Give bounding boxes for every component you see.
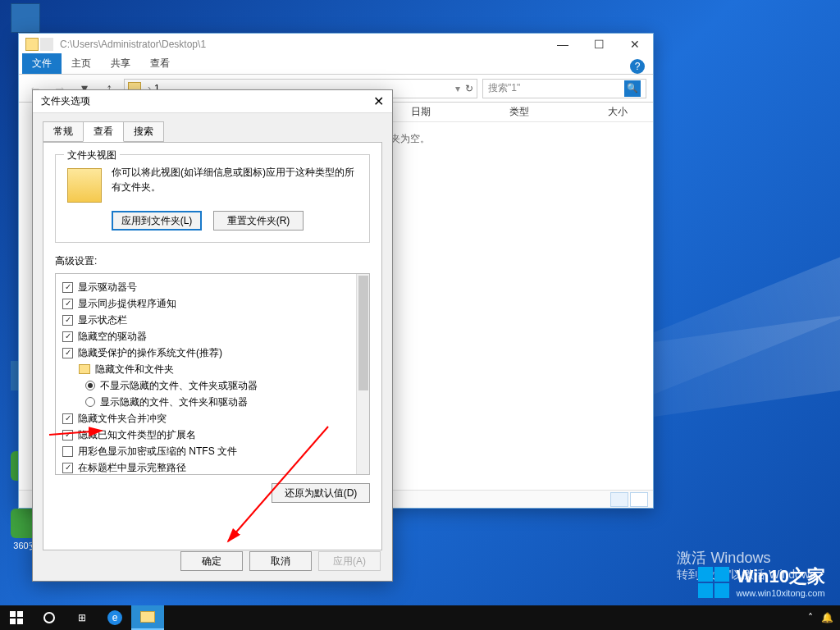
opt-dont-show-hidden: 不显示隐藏的文件、文件夹或驱动器 — [100, 377, 258, 394]
folder-views-text: 你可以将此视图(如详细信息或图标)应用于这种类型的所有文件夹。 — [112, 165, 358, 194]
dialog-title: 文件夹选项 — [41, 94, 90, 108]
tab-search[interactable]: 搜索 — [123, 121, 164, 142]
group-legend: 文件夹视图 — [64, 148, 120, 162]
col-type[interactable]: 类型 — [495, 105, 544, 119]
pc-icon — [11, 3, 40, 33]
svg-rect-4 — [10, 619, 16, 624]
ok-button[interactable]: 确定 — [180, 551, 243, 571]
folder-icon — [140, 611, 155, 623]
tab-view[interactable]: 查看 — [83, 121, 124, 142]
close-icon[interactable]: ✕ — [373, 94, 384, 109]
checkbox[interactable] — [62, 315, 73, 326]
svg-rect-5 — [17, 619, 23, 624]
opt-show-hidden: 显示隐藏的文件、文件夹和驱动器 — [100, 394, 248, 410]
opt-show-drive-letters: 显示驱动器号 — [78, 279, 137, 295]
checkbox[interactable] — [62, 282, 73, 293]
windows-logo-icon — [698, 567, 729, 598]
folder-icon — [79, 364, 90, 374]
tab-file[interactable]: 文件 — [22, 53, 62, 74]
ribbon: 文件 主页 共享 查看 ? — [19, 55, 653, 75]
opt-status-bar: 显示状态栏 — [78, 312, 127, 328]
start-button[interactable] — [0, 605, 33, 630]
search-input[interactable]: 搜索"1" 🔍 — [482, 79, 646, 98]
dialog-tabs: 常规 查看 搜索 — [33, 113, 392, 142]
refresh-icon[interactable]: ↻ — [465, 83, 473, 94]
svg-rect-2 — [10, 611, 16, 617]
opt-hide-protected-os-files: 隐藏受保护的操作系统文件(推荐) — [78, 345, 222, 361]
tab-view[interactable]: 查看 — [140, 53, 180, 74]
tray-chevron-icon[interactable]: ˄ — [808, 612, 813, 623]
tray-notification-icon[interactable]: 🔔 — [821, 612, 833, 623]
apply-button[interactable]: 应用(A) — [318, 551, 381, 571]
radio[interactable] — [85, 397, 95, 407]
search-icon[interactable]: 🔍 — [624, 80, 641, 97]
tab-home[interactable]: 主页 — [62, 53, 101, 74]
svg-rect-3 — [17, 611, 23, 617]
cancel-button[interactable]: 取消 — [249, 551, 312, 571]
dialog-titlebar[interactable]: 文件夹选项 ✕ — [33, 90, 392, 113]
opt-color-ntfs: 用彩色显示加密或压缩的 NTFS 文件 — [78, 443, 237, 459]
opt-hide-merge-conflicts: 隐藏文件夹合并冲突 — [78, 410, 167, 427]
task-view-icon: ⊞ — [78, 612, 86, 623]
restore-defaults-button[interactable]: 还原为默认值(D) — [272, 483, 370, 503]
folder-icon — [67, 168, 102, 203]
checkbox[interactable] — [62, 348, 73, 358]
task-view-button[interactable]: ⊞ — [66, 605, 98, 630]
checkbox[interactable] — [62, 299, 73, 309]
close-button[interactable]: ✕ — [617, 34, 653, 55]
col-size[interactable]: 大小 — [593, 105, 642, 119]
dialog-body: 文件夹视图 你可以将此视图(如详细信息或图标)应用于这种类型的所有文件夹。 应用… — [43, 142, 382, 550]
quick-access-icons — [25, 38, 53, 51]
folder-icon — [25, 38, 39, 51]
app-icon — [40, 38, 53, 51]
logo-url: www.win10xitong.com — [736, 588, 825, 599]
desktop-icon-this-pc[interactable] — [5, 3, 46, 34]
system-tray[interactable]: ˄ 🔔 — [808, 612, 840, 623]
site-logo: Win10之家 www.win10xitong.com — [698, 566, 825, 599]
taskbar-edge[interactable]: e — [98, 605, 131, 630]
windows-icon — [10, 611, 23, 624]
checkbox[interactable] — [62, 413, 73, 424]
col-date[interactable]: 日期 — [396, 105, 445, 119]
activate-title: 激活 Windows — [677, 548, 815, 568]
checkbox[interactable] — [62, 331, 73, 342]
address-dropdown[interactable]: ▾ — [455, 83, 460, 94]
checkbox[interactable] — [62, 430, 73, 441]
tab-share[interactable]: 共享 — [101, 53, 140, 74]
view-icons-button[interactable] — [630, 492, 648, 507]
checkbox[interactable] — [62, 463, 73, 473]
search-placeholder: 搜索"1" — [488, 81, 520, 95]
advanced-settings-tree[interactable]: 显示驱动器号 显示同步提供程序通知 显示状态栏 隐藏空的驱动器 隐藏受保护的操作… — [55, 273, 370, 475]
view-details-button[interactable] — [610, 492, 628, 507]
folder-options-dialog: 文件夹选项 ✕ 常规 查看 搜索 文件夹视图 你可以将此视图(如详细信息或图标)… — [32, 89, 393, 582]
advanced-label: 高级设置: — [55, 254, 370, 268]
opt-full-path-titlebar: 在标题栏中显示完整路径 — [78, 459, 186, 475]
taskbar-explorer[interactable] — [131, 605, 164, 630]
scrollbar[interactable] — [356, 274, 369, 474]
taskbar[interactable]: ⊞ e ˄ 🔔 — [0, 605, 840, 630]
maximize-button[interactable]: ☐ — [581, 34, 617, 55]
titlebar[interactable]: C:\Users\Administrator\Desktop\1 — ☐ ✕ — [19, 34, 653, 55]
opt-hide-extensions: 隐藏已知文件类型的扩展名 — [78, 427, 196, 443]
opt-hide-empty-drives: 隐藏空的驱动器 — [78, 328, 147, 345]
opt-sync-notifications: 显示同步提供程序通知 — [78, 295, 176, 312]
checkbox[interactable] — [62, 446, 73, 457]
logo-brand: Win10之家 — [736, 566, 825, 587]
minimize-button[interactable]: — — [545, 34, 581, 55]
folder-views-group: 文件夹视图 你可以将此视图(如详细信息或图标)应用于这种类型的所有文件夹。 应用… — [55, 154, 370, 243]
cortana-button[interactable] — [33, 605, 66, 630]
help-icon[interactable]: ? — [630, 59, 645, 74]
tab-general[interactable]: 常规 — [43, 121, 84, 142]
reset-folders-button[interactable]: 重置文件夹(R) — [213, 211, 304, 231]
radio[interactable] — [85, 381, 95, 390]
opt-hidden-files-group: 隐藏文件和文件夹 — [95, 361, 174, 377]
apply-to-folders-button[interactable]: 应用到文件夹(L) — [112, 211, 202, 231]
window-path: C:\Users\Administrator\Desktop\1 — [60, 39, 206, 50]
